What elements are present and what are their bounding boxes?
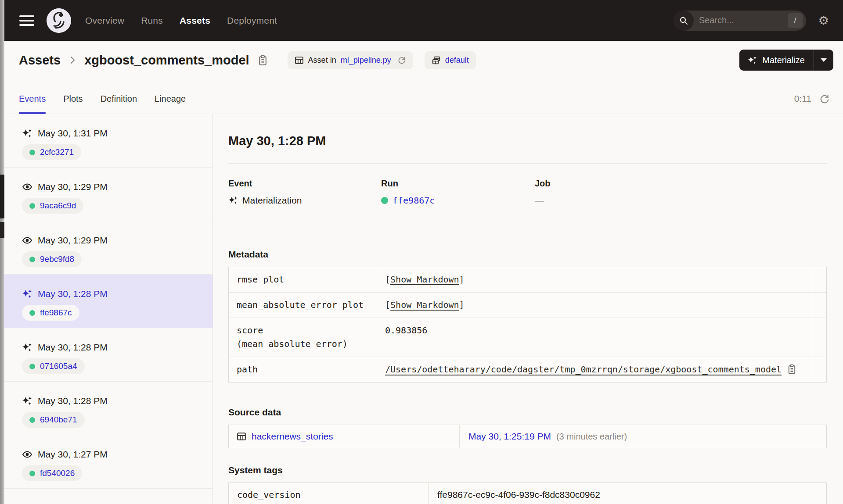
tab-definition[interactable]: Definition: [101, 94, 137, 114]
event-list-item[interactable]: May 30, 1:28 PM 071605a4: [4, 328, 213, 382]
metadata-row: rmse plot [Show Markdown]: [229, 267, 826, 292]
tab-plots[interactable]: Plots: [63, 94, 83, 114]
metadata-row: mean_absolute_error plot [Show Markdown]: [229, 292, 826, 318]
run-status-dot: [29, 257, 35, 262]
asset-location-chip[interactable]: Asset in ml_pipeline.py: [288, 51, 413, 69]
tab-events[interactable]: Events: [19, 94, 46, 114]
path-link[interactable]: /Users/odetteharary/code/dagster/tmp_0mz…: [385, 363, 782, 376]
metadata-row: path /Users/odetteharary/code/dagster/tm…: [229, 357, 826, 382]
run-status-dot: [29, 203, 35, 209]
metadata-actions-cell: [812, 318, 826, 357]
metadata-actions-cell: [812, 357, 826, 382]
observation-eye-icon: [22, 182, 32, 192]
nav-link-overview[interactable]: Overview: [85, 15, 124, 26]
top-nav: OverviewRunsAssetsDeployment Search... /…: [4, 0, 843, 41]
run-id-link[interactable]: 6940be71: [40, 415, 77, 425]
asset-group-chip[interactable]: default: [425, 51, 476, 69]
run-tag[interactable]: 9aca6c9d: [22, 198, 83, 214]
job-value: —: [535, 195, 544, 206]
run-status-dot: [29, 364, 35, 369]
system-tag-row: code_version ffe9867c-ec9c-4f06-939c-f8d…: [229, 483, 826, 504]
event-timestamp: May 30, 1:29 PM: [38, 182, 108, 192]
run-id-link[interactable]: 9ebc9fd8: [40, 254, 74, 264]
system-tags-table: code_version ffe9867c-ec9c-4f06-939c-f8d…: [228, 483, 827, 504]
run-id-link[interactable]: 071605a4: [40, 361, 77, 371]
run-status-dot: [29, 471, 35, 476]
event-timestamp: May 30, 1:27 PM: [38, 449, 108, 460]
asset-location-prefix: Asset in: [308, 56, 336, 65]
metadata-heading: Metadata: [228, 249, 827, 260]
nav-link-deployment[interactable]: Deployment: [227, 15, 277, 26]
run-tag[interactable]: 9ebc9fd8: [22, 251, 82, 267]
refresh-icon[interactable]: [819, 93, 830, 104]
materialization-sparkle-icon: [22, 396, 32, 406]
refresh-timer: 0:11: [794, 93, 811, 104]
asset-grid-icon: [237, 432, 246, 441]
nav-link-runs[interactable]: Runs: [141, 15, 163, 26]
nav-link-assets[interactable]: Assets: [180, 15, 210, 26]
materialize-dropdown-button[interactable]: [814, 50, 833, 71]
pipeline-file-link[interactable]: ml_pipeline.py: [341, 56, 391, 65]
asset-grid-icon: [295, 56, 304, 65]
source-time-cell: May 30, 1:25:19 PM (3 minutes earlier): [460, 425, 826, 448]
source-data-heading: Source data: [228, 407, 827, 418]
materialization-sparkle-icon: [22, 128, 32, 139]
materialization-sparkle-icon: [22, 342, 32, 353]
source-time-link[interactable]: May 30, 1:25:19 PM: [468, 431, 551, 442]
source-time-note: (3 minutes earlier): [556, 432, 627, 442]
event-timestamp: May 30, 1:29 PM: [38, 235, 108, 246]
metadata-actions-cell: [812, 293, 826, 318]
metadata-key: mean_absolute_error plot: [229, 293, 377, 318]
event-list-item[interactable]: May 30, 1:29 PM 9aca6c9d: [4, 168, 213, 221]
group-default-link[interactable]: default: [445, 56, 469, 65]
asset-tabs: EventsPlotsDefinitionLineage 0:11: [4, 79, 843, 114]
run-tag[interactable]: ffe9867c: [22, 305, 79, 321]
breadcrumb-assets-link[interactable]: Assets: [19, 53, 61, 68]
show-markdown-link[interactable]: [Show Markdown]: [385, 298, 465, 312]
event-list-item[interactable]: May 30, 1:28 PM 6940be71: [4, 382, 213, 435]
run-status-dot: [29, 417, 35, 423]
metadata-key: path: [229, 357, 377, 382]
reload-location-icon[interactable]: [397, 56, 406, 64]
run-id-link[interactable]: 2cfc3271: [40, 147, 74, 157]
metadata-actions-cell: [812, 267, 826, 292]
metadata-key: score (mean_absolute_error): [229, 318, 377, 357]
event-list-item[interactable]: May 30, 1:29 PM 9ebc9fd8: [4, 221, 213, 275]
source-asset-link[interactable]: hackernews_stories: [252, 431, 333, 442]
event-list-item[interactable]: May 30, 1:28 PM ffe9867c: [4, 275, 213, 328]
settings-gear-icon[interactable]: ⚙: [818, 14, 829, 26]
source-asset-cell: hackernews_stories: [229, 425, 460, 448]
search-shortcut-key: /: [788, 13, 803, 28]
run-tag[interactable]: fd540026: [22, 465, 82, 481]
system-tag-value: ffe9867c-ec9c-4f06-939c-f8dc830c0962: [429, 483, 826, 504]
run-tag[interactable]: 071605a4: [22, 358, 85, 374]
breadcrumb-chevron-icon: [68, 54, 77, 66]
background-window-fragment: [0, 222, 4, 238]
event-list-item[interactable]: May 30, 1:27 PM fd540026: [4, 435, 213, 489]
copy-asset-name-icon[interactable]: [257, 54, 268, 66]
run-status-dot: [29, 310, 35, 316]
search-input[interactable]: Search... /: [674, 11, 806, 31]
run-id-link[interactable]: 9aca6c9d: [40, 201, 76, 211]
show-markdown-link[interactable]: [Show Markdown]: [385, 273, 465, 286]
run-id-link[interactable]: ffe9867c: [393, 195, 435, 206]
page-title: xgboost_comments_model: [84, 53, 249, 68]
background-window-edge: [0, 0, 4, 504]
run-tag[interactable]: 6940be71: [22, 412, 85, 428]
run-id-link[interactable]: ffe9867c: [40, 308, 72, 318]
materialization-sparkle-icon: [747, 55, 757, 65]
materialize-button[interactable]: Materialize: [739, 50, 814, 71]
copy-path-icon[interactable]: [787, 364, 797, 375]
asset-header: Assets xgboost_comments_model Asset in m…: [4, 41, 843, 79]
event-list-item[interactable]: May 30, 1:31 PM 2cfc3271: [4, 114, 213, 168]
run-id-link[interactable]: fd540026: [40, 468, 75, 478]
hamburger-menu-icon[interactable]: [19, 15, 34, 26]
chevron-down-icon: [821, 58, 827, 62]
metadata-row: score (mean_absolute_error) 0.983856: [229, 318, 826, 357]
run-tag[interactable]: 2cfc3271: [22, 144, 81, 160]
tab-lineage[interactable]: Lineage: [155, 94, 186, 114]
dagster-logo-icon[interactable]: [47, 8, 71, 33]
background-window-fragment: [0, 175, 4, 218]
event-timestamp: May 30, 1:28 PM: [38, 342, 108, 353]
system-tags-heading: System tags: [228, 465, 827, 475]
